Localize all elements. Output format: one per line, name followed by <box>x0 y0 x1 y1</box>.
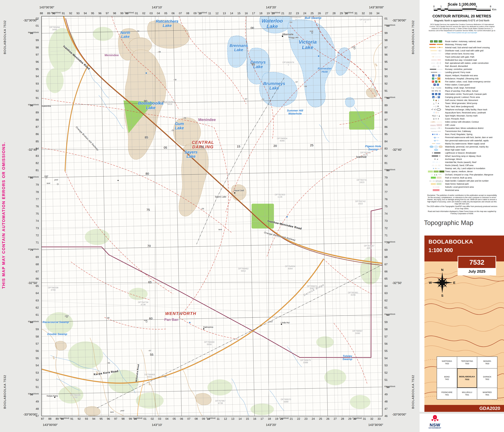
legend-row: State forest; National park <box>427 182 502 186</box>
northing-label: 6350000mN <box>28 393 39 396</box>
northing-label: 68 <box>385 255 387 259</box>
northing-label: 6400000mN <box>28 31 39 35</box>
legend-icons: ∴∴▲▲∿∿ <box>427 174 445 176</box>
map-label-dp: DP768463 5553 <box>144 373 155 378</box>
legend-icons: PC <box>427 83 445 86</box>
legend-label: Telephone exchange; Utility facility; Ra… <box>445 108 487 111</box>
easting-label: 06 <box>180 417 183 420</box>
easting-label: 33 <box>369 12 372 15</box>
index-cell: DARNICK7632 <box>477 368 497 388</box>
easting-label: 89 <box>47 12 50 15</box>
easting-label: 02 <box>142 12 145 15</box>
map-label-lake: Brummeys Lake <box>263 81 285 90</box>
legend-icon: ∿∿ <box>438 174 441 176</box>
easting-label: 15 <box>237 12 240 15</box>
legend-icon: ∴∴ <box>438 164 441 166</box>
copyright-text: DCS Spatial Services has applied the Cre… <box>429 24 495 31</box>
legend-icon: ─▮──◖ <box>433 136 439 138</box>
legend-icons: ─○──┼─┼ <box>427 62 445 64</box>
legend-icon: ─┼─ <box>432 65 436 67</box>
map-label-tiny: yard <box>54 179 58 181</box>
map-label-dp: DP763742 1822 <box>355 200 366 205</box>
legend-icon: ┼┼┼┼ <box>437 124 442 126</box>
map-label-lake: Rainwater Hole <box>318 67 332 73</box>
legend-icon: ∴∴ <box>431 174 433 176</box>
legend-row: ────╌╌╌Urban service lane; Access way <box>427 52 502 55</box>
legend-row: ∷∷∴∴◌Intertidal flat; Rocks (awash); Ree… <box>427 161 502 164</box>
legend-label: Fire station: urban, rural; State emerge… <box>445 81 490 83</box>
northing-label: 84 <box>385 140 387 143</box>
northing-label: 57 <box>385 335 387 338</box>
map-label-dp: DP766954 4066 <box>277 137 287 142</box>
map-label-dp: DP762302 1125 <box>360 151 371 156</box>
legend-label: Anchorage; Wreck <box>445 158 462 160</box>
northing-label: 62 <box>385 299 387 302</box>
map-label-dp: DP765361 3156 <box>348 291 358 296</box>
legend-label: Police station; Coast guard <box>445 83 469 86</box>
svg-text:S: S <box>441 294 443 297</box>
legend-icon <box>428 171 433 172</box>
northing-label: 01 <box>385 17 387 20</box>
copyright-link[interactable]: https://www.spatial.nsw.gov.au/copyright <box>447 32 477 34</box>
legend-row: ─┼─┄┼┄Rail: disused, dismantled <box>427 65 502 68</box>
scale-bar-segment <box>434 10 437 11</box>
legend-row: Park or reserve; Built up area; <box>427 176 502 179</box>
northing-label: 78 <box>36 190 39 194</box>
scale-bar-segment <box>462 10 477 11</box>
northing-label: 54 <box>385 357 387 360</box>
index-cell: BONO7432 <box>437 368 457 388</box>
legend-icon: ╍╍╍ <box>432 143 435 144</box>
legend-icon: × <box>437 47 443 48</box>
legend-label: Ambulance; Hospital; Lifesaving club <box>445 77 478 80</box>
northing-label: 65 <box>36 284 39 288</box>
map-label-dp: DP762303 1126 <box>275 193 285 198</box>
map-label-rail: Orange Broken Hill Railway <box>264 231 296 241</box>
legend-label: Mainly Dry watercourse; Water supply can… <box>445 143 485 145</box>
easting-label: 710000mE <box>198 12 207 15</box>
legend-label: Motorway; Primary road <box>445 43 467 46</box>
map-label-hs: Albemarle <box>282 33 294 36</box>
easting-label: 01 <box>135 12 138 15</box>
legend-icon: ╍ ╍ <box>437 186 439 188</box>
legend-icon: ⌂ <box>435 93 437 95</box>
legend-icons: ✚∽ <box>427 133 445 135</box>
map-label-spot: 87 <box>148 350 151 352</box>
index-cell: MANARA7633 <box>477 357 497 368</box>
legend-icon <box>430 69 436 70</box>
northing-label: 74 <box>36 219 39 223</box>
legend-icon: Ω <box>433 118 434 120</box>
legend-row: ✚∽Bore; Pond; Regulator; Spring <box>427 133 502 136</box>
legend-icons: •512+▲ <box>427 115 445 117</box>
easting-label: 98 <box>113 12 116 15</box>
map-label-tiny: tank <box>47 182 50 184</box>
northing-label: 53 <box>385 364 387 367</box>
legend-icons <box>427 171 445 172</box>
map-label-cont: 100 <box>148 382 151 385</box>
legend-icons: ╌╌╌ <box>427 71 445 73</box>
map-label-road: Ivanhoe-Menindee Road <box>63 45 90 71</box>
easting-label: 04 <box>165 417 168 420</box>
graticule-label: -32°40' <box>28 148 37 151</box>
northing-label: 46 <box>385 414 387 418</box>
legend-label: Swamp: wet, dry; Land subject to inundat… <box>445 167 485 170</box>
sheet-edition-date: July 2025 <box>458 268 495 275</box>
map-label-dp: DP762607 6416 <box>165 101 175 105</box>
northing-label: 95 <box>36 68 39 71</box>
scale-bar-segment <box>441 10 444 11</box>
easting-label: 09 <box>202 417 205 420</box>
legend-row: ▲∞⊼Camping ground; Lookout; Picnic area <box>427 96 502 99</box>
legend-icon: ╌╌╌ <box>437 130 441 132</box>
map-label-ggrid: 15 <box>237 145 240 148</box>
legend-icon <box>437 108 441 111</box>
easting-label: 96 <box>98 12 101 15</box>
map-label-spot: 85 <box>163 376 166 378</box>
legend-icon: R <box>438 74 440 77</box>
northing-label: 62 <box>36 306 39 309</box>
northing-label: 86 <box>36 133 39 136</box>
legend-row: Motorway; Primary road <box>427 43 502 46</box>
easting-label: 16 <box>245 12 248 15</box>
legend-label: Camping ground; Lookout; Picnic area <box>445 96 480 98</box>
map-label-dp: DP768462 5552 <box>238 267 249 272</box>
legend-icon <box>433 112 435 113</box>
easting-label: 17 <box>252 12 255 15</box>
